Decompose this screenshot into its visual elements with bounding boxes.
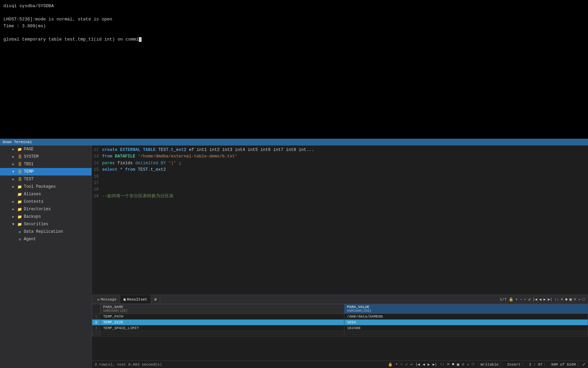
expand-arrow-tool-packages: ▶ (12, 185, 17, 189)
table-row[interactable]: 2 TEMP_SIZE 1024 (92, 320, 588, 325)
sidebar-item-test[interactable]: ▶ 🗄 TEST (0, 175, 92, 183)
delete-row-icon[interactable]: − (401, 362, 403, 367)
sidebar-item-contexts[interactable]: ▶ 📁 Contexts (0, 198, 92, 205)
sidebar-item-page[interactable]: ▶ 📁 PAGE (0, 145, 92, 153)
terminal-line-6[interactable]: global temporary table test.tmp_t1(id in… (3, 36, 585, 43)
sidebar-item-securities[interactable]: ▼ 📁 Securities (0, 220, 92, 228)
toolbar-btn-stop[interactable]: ■ (565, 297, 568, 302)
toolbar-btn-first[interactable]: |◀ (533, 297, 537, 302)
toolbar-btn-export[interactable]: ↗ (578, 297, 581, 302)
terminal-line-5 (3, 29, 585, 36)
sidebar-label-page: PAGE (24, 147, 34, 152)
code-line-15: 15 select * from TEST.t_ext2 (92, 167, 588, 173)
status-bar: 3 row(s), cost 0.003 second(s) 🔒 + − ✓ ↩… (92, 361, 588, 368)
sidebar-label-agent: Agent (24, 237, 36, 242)
db-icon-temp: 🗄 (17, 169, 22, 174)
agent-icon: ⚙ (17, 236, 22, 242)
toolbar-btn-check[interactable]: ✓ (524, 297, 526, 302)
code-line-19: 19 --如何将一个非分区表转换为分区表 (92, 193, 588, 200)
table-header-row: PARA_NAME VARCHAR(128) PARA_VALUE VARCHA… (92, 304, 588, 314)
expand-arrow-system: ▶ (12, 155, 17, 159)
code-line-13: 13 from DATAFILE '/home/dmdba/external-t… (92, 153, 588, 160)
sidebar-label-test: TEST (24, 177, 34, 182)
sort-icon[interactable]: ↑↓ (440, 362, 444, 367)
tab-resultset[interactable]: ▦ Resultset (120, 295, 151, 304)
expand-arrow-aliases (12, 193, 17, 196)
first-icon[interactable]: |◀ (415, 362, 420, 367)
toolbar-btn-minus[interactable]: − (520, 297, 522, 302)
table-row[interactable]: 1 TEMP_PATH /dm8/data/DAMENG (92, 314, 588, 320)
toolbar-btn-sort-asc[interactable]: ↑↓ (554, 297, 559, 302)
sidebar-item-agent[interactable]: ⚙ Agent (0, 235, 92, 243)
sidebar-item-aliases[interactable]: 📁 Aliases (0, 190, 92, 198)
toolbar-btn-sort-desc[interactable]: ≡ (561, 297, 563, 302)
table-row[interactable]: 3 TEMP_SPACE_LIMIT 102400 (92, 325, 588, 331)
col-para-name-header[interactable]: PARA_NAME VARCHAR(128) (100, 304, 344, 314)
tab-extra[interactable]: ⊠ (151, 295, 161, 304)
confirm-icon[interactable]: ✓ (405, 362, 408, 367)
resultset-tab-icon: ▦ (124, 297, 126, 302)
toolbar-btn-prev[interactable]: ◀ (539, 297, 542, 302)
grid2-icon[interactable]: ▦ (457, 362, 459, 367)
code-editor[interactable]: 12 create EXTERNAL TABLE TEST.t_ext2 ef … (92, 145, 588, 295)
sidebar-label-backups: Backups (24, 214, 41, 219)
expand-icon[interactable]: □ (472, 362, 474, 367)
next-icon[interactable]: ▶ (428, 362, 430, 367)
sidebar-label-tbs1: TBS1 (24, 162, 34, 167)
down-terminal-label: Down Terminal (3, 140, 32, 144)
toolbar-btn-lock[interactable]: 🔒 (509, 297, 513, 302)
folder-icon-directories: 📁 (17, 206, 22, 212)
expand-arrow-backups: ▶ (12, 215, 17, 219)
export2-icon[interactable]: ↗ (467, 362, 469, 367)
expand-status-icon[interactable]: ⤢ (582, 362, 585, 367)
code-line-14: 14 parms fields delimited BY '|' ; (92, 160, 588, 167)
sidebar-item-temp[interactable]: ▼ 🗄 TEMP (0, 168, 92, 175)
status-left: 3 row(s), cost 0.003 second(s) (95, 363, 162, 367)
sidebar-item-backups[interactable]: ▶ 📁 Backups (0, 213, 92, 220)
add-row-icon[interactable]: + (395, 362, 398, 367)
terminal-panel: disql sysdba/SYSDBA LHOST:5236]:mode is … (0, 0, 588, 139)
message-tab-icon: ✉ (97, 297, 99, 302)
toolbar-btn-maximize[interactable]: □ (582, 297, 585, 302)
toolbar-btn-add[interactable]: + (516, 297, 518, 302)
sidebar-item-system[interactable]: ▶ 🗄 SYSTEM (0, 153, 92, 160)
sidebar-label-securities: Securities (24, 222, 48, 227)
bottom-taskbar[interactable]: Down Terminal (0, 139, 588, 145)
row-num-1: 1 (92, 314, 100, 320)
sidebar-item-tool-packages[interactable]: ▶ 📁 Tool Packages (0, 183, 92, 190)
toolbar-btn-filter[interactable]: ▽ (574, 297, 576, 302)
code-line-17: 17 (92, 180, 588, 186)
col-para-value-header[interactable]: PARA_VALUE VARCHAR(256) (344, 304, 588, 314)
sidebar-label-system: SYSTEM (24, 154, 38, 159)
db-icon-tbs1: 🗄 (17, 162, 22, 167)
terminal-line-4: Time : 3.809(ms) (3, 23, 585, 30)
sidebar-label-temp: TEMP (24, 169, 34, 174)
tab-message[interactable]: ✉ Message (94, 295, 120, 304)
folder-icon-tool-packages: 📁 (17, 184, 22, 189)
folder-icon-page: 📁 (17, 147, 22, 152)
memory-usage: 90M of 826M (549, 363, 578, 367)
cell-temp-space-limit-name: TEMP_SPACE_LIMIT (100, 325, 344, 331)
toolbar-btn-next[interactable]: ▶ (543, 297, 546, 302)
expand-arrow-data-replication (12, 230, 17, 234)
sidebar-item-data-replication[interactable]: ⇄ Data Replication (0, 228, 92, 235)
filter3-icon[interactable]: ▽ (462, 362, 464, 367)
stop-icon[interactable]: ■ (452, 362, 454, 367)
rollback-icon[interactable]: ↩ (410, 362, 413, 367)
sidebar-label-directories: Directories (24, 207, 51, 212)
sidebar-label-aliases: Aliases (24, 192, 41, 197)
sidebar-item-tbs1[interactable]: ▶ 🗄 TBS1 (0, 160, 92, 168)
filter2-icon[interactable]: ≡ (447, 362, 450, 367)
results-table-container[interactable]: PARA_NAME VARCHAR(128) PARA_VALUE VARCHA… (92, 304, 588, 361)
row-num-header (92, 304, 100, 314)
toolbar-btn-refresh[interactable]: ↺ (528, 297, 531, 302)
table-row-empty-3 (92, 335, 588, 336)
prev-icon[interactable]: ◀ (423, 362, 425, 367)
results-data-table: PARA_NAME VARCHAR(128) PARA_VALUE VARCHA… (92, 304, 588, 336)
results-status-text: 3 row(s), cost 0.003 second(s) (95, 363, 162, 367)
last-icon[interactable]: ▶| (432, 362, 437, 367)
toolbar-btn-last[interactable]: ▶| (548, 297, 552, 302)
toolbar-btn-grid[interactable]: ▦ (570, 297, 572, 302)
lock-status-icon[interactable]: 🔒 (388, 362, 393, 367)
sidebar-item-directories[interactable]: ▶ 📁 Directories (0, 205, 92, 213)
